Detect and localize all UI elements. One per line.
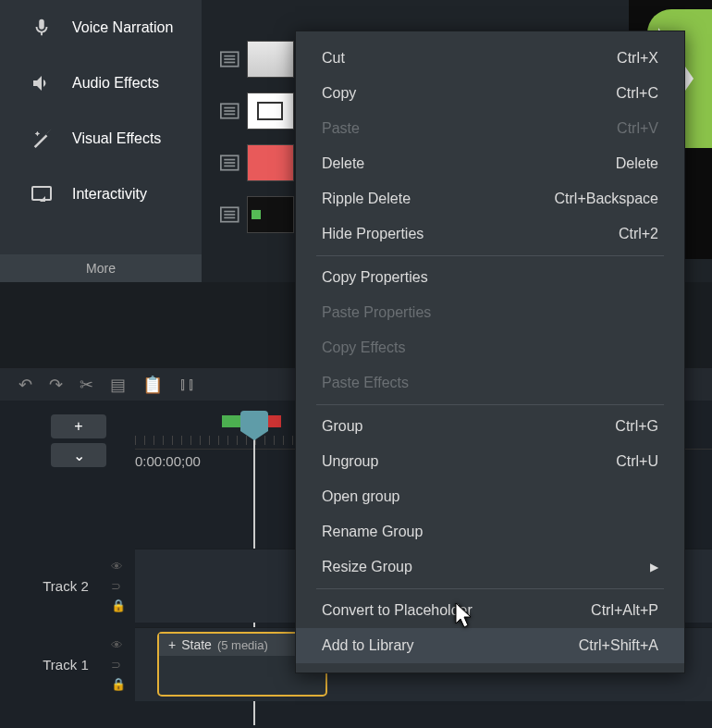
menu-item-label: Delete — [322, 155, 364, 172]
track-label[interactable]: Track 1 — [20, 627, 111, 701]
svg-rect-0 — [32, 187, 51, 200]
mic-icon — [28, 17, 55, 39]
more-button[interactable]: More — [0, 254, 202, 282]
menu-item-shortcut: Ctrl+U — [616, 453, 658, 470]
menu-item-label: Convert to Placeholder — [322, 602, 473, 619]
split-button[interactable]: ⫿⫿ — [179, 375, 196, 394]
lock-icon[interactable]: 🔒 — [111, 677, 135, 691]
speaker-icon — [28, 72, 55, 94]
menu-item-label: Paste Effects — [322, 375, 409, 391]
cut-button[interactable]: ✂ — [80, 375, 93, 395]
menu-item-shortcut: Ctrl+Alt+P — [591, 602, 658, 619]
sidebar-item-audio-effects[interactable]: Audio Effects — [0, 56, 202, 111]
menu-item-label: Rename Group — [322, 524, 423, 540]
menu-item-label: Paste — [322, 120, 360, 137]
menu-item-shortcut: Ctrl+X — [617, 50, 658, 67]
media-item[interactable] — [220, 137, 294, 189]
menu-item-open-group[interactable]: Open group — [296, 479, 684, 514]
menu-item-group[interactable]: GroupCtrl+G — [296, 409, 684, 444]
visibility-icon[interactable]: 👁 — [111, 638, 135, 652]
media-thumbnail — [247, 144, 294, 181]
media-item[interactable] — [220, 33, 294, 85]
list-icon — [220, 51, 239, 68]
list-icon — [220, 154, 239, 171]
menu-item-delete[interactable]: DeleteDelete — [296, 146, 684, 181]
menu-separator — [316, 588, 664, 589]
menu-item-rename-group[interactable]: Rename Group — [296, 514, 684, 549]
magnet-icon[interactable]: ⊃ — [111, 579, 135, 593]
list-icon — [220, 206, 239, 223]
menu-separator — [316, 255, 664, 256]
lock-icon[interactable]: 🔒 — [111, 598, 135, 612]
copy-button[interactable]: ▤ — [110, 375, 126, 395]
paste-button[interactable]: 📋 — [142, 375, 163, 395]
menu-item-label: Open group — [322, 488, 400, 505]
menu-item-label: Group — [322, 418, 362, 435]
menu-item-shortcut: Ctrl+Backspace — [555, 191, 659, 207]
media-thumbnail — [247, 196, 294, 233]
menu-item-label: Resize Group — [322, 559, 412, 575]
menu-item-label: Copy Properties — [322, 269, 428, 286]
redo-button[interactable]: ↷ — [49, 375, 63, 395]
menu-separator — [316, 404, 664, 405]
menu-item-copy-effects: Copy Effects — [296, 330, 684, 365]
sidebar-item-label: Voice Narration — [72, 19, 173, 36]
clip-add-icon: + — [168, 637, 176, 652]
clip-title: State — [181, 637, 212, 652]
menu-item-ripple-delete[interactable]: Ripple DeleteCtrl+Backspace — [296, 181, 684, 216]
media-item[interactable] — [220, 189, 294, 241]
menu-item-label: Add to Library — [322, 637, 414, 654]
menu-item-hide-properties[interactable]: Hide PropertiesCtrl+2 — [296, 216, 684, 252]
menu-item-label: Ripple Delete — [322, 191, 411, 207]
sidebar-item-label: Interactivity — [72, 186, 147, 203]
zoom-in-button[interactable]: + — [51, 414, 106, 438]
menu-item-convert-to-placeholder[interactable]: Convert to PlaceholderCtrl+Alt+P — [296, 593, 684, 628]
undo-button[interactable]: ↶ — [18, 375, 32, 395]
visibility-icon[interactable]: 👁 — [111, 560, 135, 574]
menu-item-shortcut: ▶ — [650, 561, 658, 574]
media-item[interactable] — [220, 85, 294, 137]
menu-item-cut[interactable]: CutCtrl+X — [296, 41, 684, 76]
sidebar: Voice Narration Audio Effects Visual Eff… — [0, 0, 202, 282]
zoom-controls: + ⌄ — [14, 414, 42, 472]
sidebar-item-label: Audio Effects — [72, 75, 159, 92]
menu-item-paste-properties: Paste Properties — [296, 295, 684, 330]
sidebar-item-interactivity[interactable]: Interactivity — [0, 167, 202, 222]
timecode-display: 0:00:00;00 — [135, 453, 201, 469]
marker-out[interactable] — [267, 415, 281, 427]
list-icon — [220, 103, 239, 119]
menu-item-copy[interactable]: CopyCtrl+C — [296, 76, 684, 111]
menu-item-add-to-library[interactable]: Add to LibraryCtrl+Shift+A — [296, 628, 684, 663]
media-list — [220, 33, 294, 241]
sidebar-item-visual-effects[interactable]: Visual Effects — [0, 111, 202, 167]
menu-item-shortcut: Ctrl+V — [617, 120, 658, 137]
sidebar-item-voice-narration[interactable]: Voice Narration — [0, 0, 202, 56]
menu-item-label: Ungroup — [322, 453, 378, 470]
menu-item-shortcut: Ctrl+G — [615, 418, 658, 435]
track-label[interactable]: Track 2 — [20, 549, 111, 623]
context-menu: CutCtrl+XCopyCtrl+CPasteCtrl+VDeleteDele… — [295, 31, 685, 673]
track-controls: 👁 ⊃ 🔒 — [111, 549, 135, 623]
menu-item-label: Copy Effects — [322, 339, 405, 356]
menu-item-shortcut: Delete — [616, 155, 658, 172]
clip-meta: (5 media) — [217, 638, 268, 652]
menu-item-ungroup[interactable]: UngroupCtrl+U — [296, 444, 684, 479]
menu-item-label: Hide Properties — [322, 226, 424, 242]
track-controls: 👁 ⊃ 🔒 — [111, 627, 135, 701]
menu-item-label: Copy — [322, 85, 356, 102]
zoom-out-button[interactable]: ⌄ — [51, 443, 106, 467]
menu-item-resize-group[interactable]: Resize Group▶ — [296, 549, 684, 585]
marker-in[interactable] — [222, 415, 240, 427]
menu-item-shortcut: Ctrl+Shift+A — [579, 637, 658, 654]
menu-item-label: Cut — [322, 50, 345, 67]
interactivity-icon — [28, 183, 55, 205]
menu-item-label: Paste Properties — [322, 304, 431, 321]
magnet-icon[interactable]: ⊃ — [111, 658, 135, 672]
menu-item-shortcut: Ctrl+C — [616, 85, 658, 102]
menu-item-paste-effects: Paste Effects — [296, 365, 684, 401]
menu-item-paste: PasteCtrl+V — [296, 111, 684, 146]
sidebar-item-label: Visual Effects — [72, 130, 161, 147]
media-thumbnail — [247, 93, 294, 130]
menu-item-copy-properties[interactable]: Copy Properties — [296, 260, 684, 295]
wand-icon — [28, 128, 55, 150]
